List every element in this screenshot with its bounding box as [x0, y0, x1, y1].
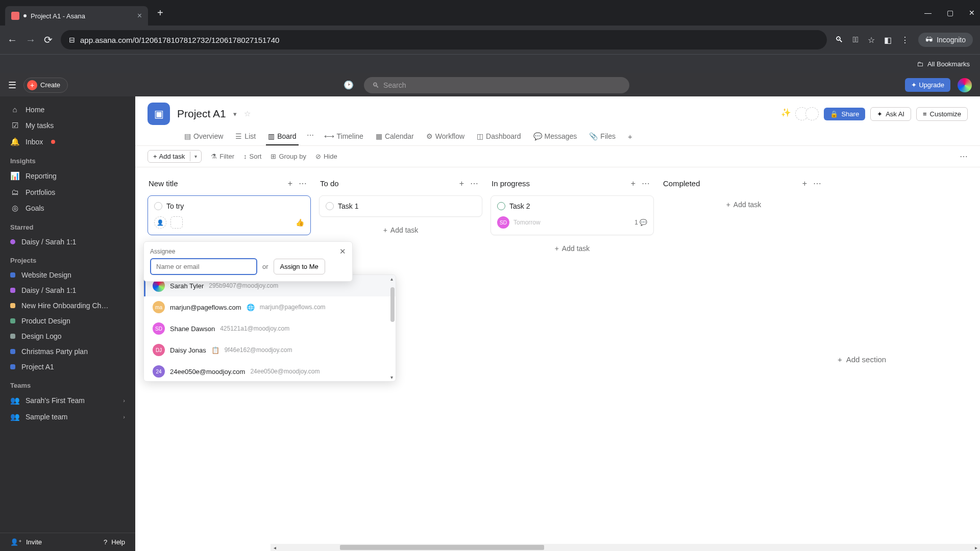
column-add-icon[interactable]: +: [799, 178, 810, 189]
chevron-down-icon[interactable]: ▾: [190, 152, 201, 161]
sidebar-project-item[interactable]: Christmas Party plan: [0, 344, 135, 359]
sidebar-item-home[interactable]: ⌂Home: [0, 102, 135, 117]
sidebar-project-item[interactable]: Website Design: [0, 267, 135, 283]
dropdown-scrollbar[interactable]: ▴ ▾: [390, 278, 395, 378]
help-button[interactable]: ?Help: [104, 538, 125, 546]
column-add-icon[interactable]: +: [456, 178, 467, 189]
ask-ai-button[interactable]: ✦Ask AI: [870, 107, 911, 121]
task-card[interactable]: Task 1: [319, 195, 482, 217]
scroll-left-icon[interactable]: ◂: [271, 545, 279, 550]
horizontal-scrollbar[interactable]: ◂ ▸: [271, 544, 980, 551]
sidebar-project-item[interactable]: Daisy / Sarah 1:1: [0, 283, 135, 298]
sidebar-team-item[interactable]: 👥Sarah's First Team›: [0, 392, 135, 409]
sidebar-project-item[interactable]: Project A1: [0, 359, 135, 374]
add-tab-icon[interactable]: +: [623, 129, 638, 145]
scroll-right-icon[interactable]: ▸: [972, 545, 980, 550]
scroll-up-icon[interactable]: ▴: [390, 276, 393, 282]
chevron-down-icon[interactable]: ▾: [233, 110, 237, 118]
site-info-icon[interactable]: ⊟: [69, 36, 75, 44]
add-task-button[interactable]: +Add task ▾: [148, 150, 202, 163]
tab-calendar[interactable]: ▦Calendar: [371, 129, 419, 145]
maximize-icon[interactable]: ▢: [947, 9, 953, 17]
customize-button[interactable]: ≡Customize: [916, 107, 968, 121]
close-tab-icon[interactable]: ×: [137, 11, 142, 20]
assignee-option[interactable]: SDShane Dawson425121a1@moodjoy.com: [144, 318, 396, 339]
hamburger-icon[interactable]: ☰: [8, 80, 16, 91]
url-bar[interactable]: ⊟ app.asana.com/0/1206178107812732/12061…: [61, 30, 827, 49]
members-stack[interactable]: [798, 107, 819, 120]
assignee-input[interactable]: [150, 258, 257, 275]
tab-overview[interactable]: ▤Overview: [179, 129, 228, 145]
comment-count[interactable]: 1💬: [634, 219, 647, 226]
upgrade-button[interactable]: ✦ Upgrade: [905, 78, 950, 92]
sidebar-item-goals[interactable]: ◎Goals: [0, 200, 135, 216]
column-add-icon[interactable]: +: [285, 178, 296, 189]
tab-messages[interactable]: 💬Messages: [528, 129, 582, 145]
sidebar-project-item[interactable]: Design Logo: [0, 329, 135, 344]
add-task-link[interactable]: +Add task: [319, 221, 482, 239]
reload-icon[interactable]: ⟳: [44, 34, 53, 46]
sidebar-team-item[interactable]: 👥Sample team›: [0, 409, 135, 425]
sidebar-project-item[interactable]: Product Design: [0, 313, 135, 329]
new-tab-button[interactable]: +: [157, 7, 163, 19]
user-avatar[interactable]: [958, 78, 972, 92]
scroll-thumb[interactable]: [340, 545, 544, 550]
scroll-down-icon[interactable]: ▾: [390, 374, 393, 380]
minimize-icon[interactable]: —: [924, 9, 932, 17]
column-title[interactable]: New title: [149, 179, 285, 188]
sidebar-project-item[interactable]: New Hire Onboarding Ch…: [0, 298, 135, 313]
tab-timeline[interactable]: ⟷Timeline: [319, 129, 369, 145]
like-icon[interactable]: 👍: [296, 218, 304, 227]
tab-files[interactable]: 📎Files: [584, 129, 621, 145]
assignee-avatar[interactable]: SD: [497, 216, 509, 229]
assignee-option[interactable]: DJDaisy Jonas📋9f46e162@moodjoy.com: [144, 339, 396, 361]
scroll-thumb[interactable]: [390, 287, 395, 322]
tab-board[interactable]: ▥Board: [263, 129, 301, 145]
hide-button[interactable]: ⊘Hide: [315, 153, 337, 160]
add-task-link[interactable]: +Add task: [491, 239, 654, 258]
eye-off-icon[interactable]: 👁̸: [852, 35, 859, 44]
group-by-button[interactable]: ⊞Group by: [271, 153, 306, 160]
assign-to-me-button[interactable]: Assign to Me: [274, 259, 325, 274]
column-title[interactable]: To do: [320, 179, 456, 188]
sort-button[interactable]: ↕Sort: [243, 153, 261, 160]
add-task-link[interactable]: +Add task: [662, 195, 825, 214]
assignee-option[interactable]: mamarjun@pageflows.com🌐marjun@pageflows.…: [144, 296, 396, 318]
tab-list[interactable]: ☰List: [230, 129, 261, 145]
close-window-icon[interactable]: ✕: [969, 9, 975, 17]
sidebar-item-inbox[interactable]: 🔔Inbox: [0, 134, 135, 150]
assignee-placeholder-icon[interactable]: 👤: [154, 216, 166, 229]
column-more-icon[interactable]: ⋯: [467, 178, 481, 189]
star-icon[interactable]: ☆: [244, 109, 251, 118]
more-icon[interactable]: ⋯: [960, 152, 968, 161]
filter-button[interactable]: ⚗Filter: [211, 153, 234, 160]
assignee-option[interactable]: 2424ee050e@moodjoy.com24ee050e@moodjoy.c…: [144, 361, 396, 382]
sidebar-starred-item[interactable]: Daisy / Sarah 1:1: [0, 234, 135, 249]
column-more-icon[interactable]: ⋯: [810, 178, 824, 189]
share-button[interactable]: 🔒Share: [824, 108, 865, 120]
column-add-icon[interactable]: +: [628, 178, 639, 189]
browser-tab[interactable]: Project A1 - Asana ×: [5, 6, 148, 26]
search-icon[interactable]: 🔍︎: [835, 35, 843, 44]
tab-workflow[interactable]: ⚙Workflow: [421, 129, 470, 145]
sidebar-item-portfolios[interactable]: 🗂Portfolios: [0, 184, 135, 200]
menu-icon[interactable]: ⋮: [901, 35, 909, 45]
panel-icon[interactable]: ◧: [884, 35, 892, 45]
all-bookmarks-link[interactable]: All Bookmarks: [927, 60, 970, 68]
column-more-icon[interactable]: ⋯: [296, 178, 310, 189]
tab-dashboard[interactable]: ◫Dashboard: [472, 129, 526, 145]
sidebar-item-reporting[interactable]: 📊Reporting: [0, 168, 135, 184]
ai-sparkle-icon[interactable]: ✨: [781, 108, 793, 120]
complete-circle-icon[interactable]: [497, 202, 505, 210]
close-icon[interactable]: ✕: [339, 247, 346, 256]
column-more-icon[interactable]: ⋯: [639, 178, 653, 189]
add-section-button[interactable]: +Add section: [834, 176, 890, 543]
task-card[interactable]: To try 👤 👍: [148, 195, 311, 235]
back-icon[interactable]: ←: [7, 34, 17, 46]
global-search[interactable]: 🔍︎ Search: [364, 77, 629, 93]
date-placeholder-icon[interactable]: [170, 216, 183, 229]
invite-button[interactable]: 👤⁺Invite: [10, 538, 42, 546]
column-title[interactable]: In progress: [492, 179, 628, 188]
complete-circle-icon[interactable]: [326, 202, 334, 210]
complete-circle-icon[interactable]: [154, 202, 162, 210]
